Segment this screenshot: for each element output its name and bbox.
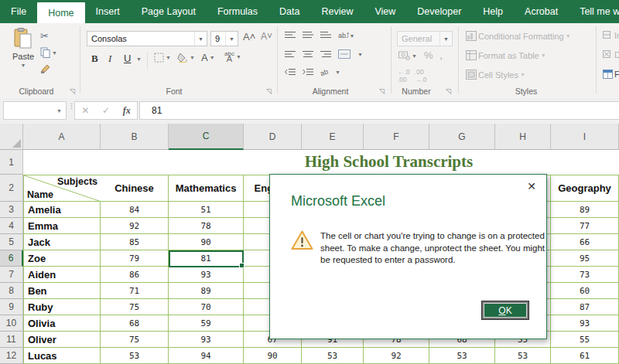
tab-page-layout[interactable]: Page Layout xyxy=(131,0,207,23)
cell-H12[interactable]: 53 xyxy=(495,348,551,364)
column-header-H[interactable]: H xyxy=(495,124,551,150)
column-header-E[interactable]: E xyxy=(302,124,364,150)
cell-B11[interactable]: 75 xyxy=(101,332,169,348)
cell-C5[interactable]: 90 xyxy=(169,234,244,250)
row-header-5[interactable]: 5 xyxy=(0,234,23,250)
cell-C11[interactable]: 93 xyxy=(169,332,244,348)
cell-C7[interactable]: 93 xyxy=(169,267,244,283)
align-right-icon[interactable] xyxy=(320,50,331,59)
cell-I3[interactable]: 89 xyxy=(551,202,619,218)
cell-B8[interactable]: 71 xyxy=(101,283,169,299)
cell-I12[interactable]: 61 xyxy=(551,348,619,364)
cell-styles-button[interactable]: Cell Styles ▼ xyxy=(466,70,525,80)
cell-B4[interactable]: 92 xyxy=(101,218,169,234)
row-header-11[interactable]: 11 xyxy=(0,332,23,348)
insert-cells-button[interactable]: Insert xyxy=(603,31,619,40)
cell-A3[interactable]: Amelia xyxy=(23,202,101,218)
cell-B6[interactable]: 79 xyxy=(101,250,169,267)
accounting-format-button[interactable]: ▼ xyxy=(398,51,417,60)
font-dialog-launcher[interactable]: ◹ xyxy=(266,88,274,96)
ok-button[interactable]: OK xyxy=(482,301,528,319)
cell-A10[interactable]: Olivia xyxy=(23,315,101,332)
cell-B7[interactable]: 86 xyxy=(101,267,169,283)
cell-F12[interactable]: 92 xyxy=(364,348,429,364)
underline-dropdown-arrow[interactable]: ▼ xyxy=(136,56,142,62)
row-header-12[interactable]: 12 xyxy=(0,348,23,364)
font-size-combo[interactable]: 9 ▼ xyxy=(210,31,238,46)
increase-font-button[interactable]: A˄ xyxy=(243,31,255,43)
phonetic-button[interactable]: abcA ▼ xyxy=(224,51,241,63)
cell-A11[interactable]: Oliver xyxy=(23,332,101,348)
insert-function-icon[interactable]: fx xyxy=(123,105,131,117)
confirm-entry-icon[interactable]: ✓ xyxy=(102,105,110,116)
cell-B2[interactable]: Chinese xyxy=(101,175,169,202)
tab-formulas[interactable]: Formulas xyxy=(207,0,268,23)
align-middle-icon[interactable] xyxy=(303,31,313,39)
tab-insert[interactable]: Insert xyxy=(85,0,131,23)
align-left-icon[interactable] xyxy=(285,50,296,59)
column-header-B[interactable]: B xyxy=(101,124,169,150)
cell-I2[interactable]: Geography xyxy=(551,175,619,202)
decrease-decimal-button[interactable]: .00→.0 xyxy=(415,68,427,83)
cell-B5[interactable]: 85 xyxy=(101,234,169,250)
copy-button[interactable]: ▼ xyxy=(40,47,57,58)
format-cells-button[interactable]: Format xyxy=(603,70,619,79)
column-header-C[interactable]: C xyxy=(169,124,244,150)
cell-I8[interactable]: 60 xyxy=(551,283,619,299)
cell-I9[interactable]: 87 xyxy=(551,299,619,315)
align-top-icon[interactable] xyxy=(285,31,296,39)
cell-A9[interactable]: Ruby xyxy=(23,299,101,315)
decrease-font-button[interactable]: A˅ xyxy=(261,31,272,42)
row-header-1[interactable]: 1 xyxy=(0,150,23,175)
cell-C10[interactable]: 59 xyxy=(169,315,244,332)
column-header-F[interactable]: F xyxy=(364,124,429,150)
merge-center-icon[interactable] xyxy=(338,49,351,59)
cell-I7[interactable]: 73 xyxy=(551,267,619,283)
font-color-button[interactable]: A▼ xyxy=(201,52,215,63)
close-icon[interactable]: ✕ xyxy=(527,180,536,192)
cell-C9[interactable]: 70 xyxy=(169,299,244,315)
format-painter-button[interactable] xyxy=(40,63,51,74)
underline-button[interactable]: U xyxy=(124,53,131,64)
tab-help[interactable]: Help xyxy=(472,0,514,23)
select-all-corner[interactable] xyxy=(0,124,23,150)
merge-arrow[interactable]: ▼ xyxy=(357,52,363,57)
row-header-6[interactable]: 6 xyxy=(0,250,23,267)
number-format-combo[interactable]: General ▼ xyxy=(397,31,453,46)
cell-C12[interactable]: 94 xyxy=(169,348,244,364)
cell-A7[interactable]: Aiden xyxy=(23,267,101,283)
cell-G12[interactable]: 53 xyxy=(429,348,495,364)
cell-I10[interactable]: 93 xyxy=(551,315,619,332)
cell-C6[interactable]: 81 xyxy=(169,250,244,267)
tab-home[interactable]: Home xyxy=(37,2,84,23)
cell-A12[interactable]: Lucas xyxy=(23,348,101,364)
number-dialog-launcher[interactable]: ◹ xyxy=(446,88,453,96)
bold-button[interactable]: B xyxy=(91,53,98,65)
formula-input[interactable]: 81 xyxy=(139,101,619,120)
increase-decimal-button[interactable]: ←.0.00 xyxy=(398,68,410,83)
cell-I5[interactable]: 66 xyxy=(551,234,619,250)
decrease-indent-icon[interactable] xyxy=(285,68,296,77)
name-box[interactable]: ▼ xyxy=(3,101,67,120)
tab-developer[interactable]: Developer xyxy=(406,0,472,23)
cell-A8[interactable]: Ben xyxy=(23,283,101,299)
italic-button[interactable]: I xyxy=(108,53,111,65)
borders-button[interactable]: ▼ xyxy=(154,53,171,63)
title-cell[interactable]: High School Transcripts xyxy=(23,150,619,175)
column-header-I[interactable]: I xyxy=(551,124,619,150)
cell-A5[interactable]: Jack xyxy=(23,234,101,250)
cut-button[interactable]: ✂ xyxy=(40,30,49,42)
cell-D12[interactable]: 90 xyxy=(244,348,302,364)
cell-A4[interactable]: Emma xyxy=(23,218,101,234)
alignment-dialog-launcher[interactable]: ◹ xyxy=(379,88,387,96)
row-header-9[interactable]: 9 xyxy=(0,299,23,315)
increase-indent-icon[interactable] xyxy=(303,68,313,77)
comma-style-button[interactable]: , xyxy=(439,48,443,61)
cell-C3[interactable]: 51 xyxy=(169,202,244,218)
cell-C8[interactable]: 89 xyxy=(169,283,244,299)
tab-data[interactable]: Data xyxy=(268,0,310,23)
cell-B3[interactable]: 84 xyxy=(101,202,169,218)
tab-acrobat[interactable]: Acrobat xyxy=(514,0,569,23)
wrap-arrow[interactable]: ▼ xyxy=(335,70,340,75)
conditional-formatting-button[interactable]: Conditional Formatting ▼ xyxy=(466,31,571,41)
